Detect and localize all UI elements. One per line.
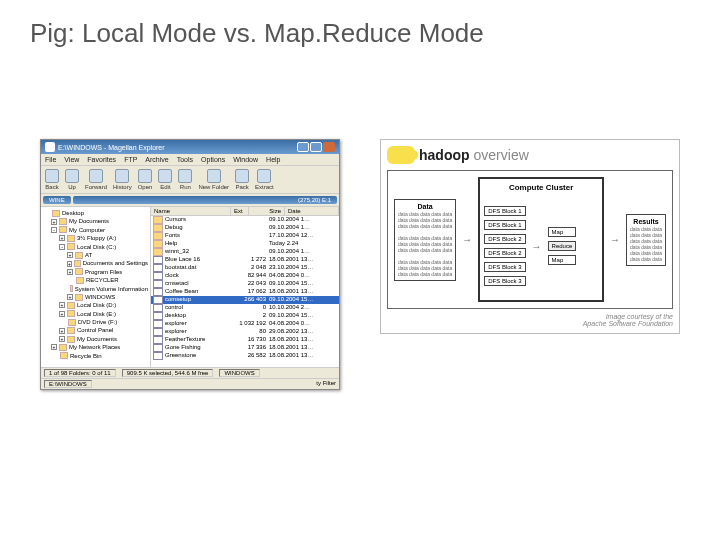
file-row[interactable]: comsetup266 40309.10.2004 15… <box>151 296 339 304</box>
menu-item[interactable]: Help <box>266 156 280 163</box>
tree-node[interactable]: +AT <box>43 251 148 259</box>
file-row[interactable]: HelpToday 2.24 <box>151 240 339 248</box>
col-date[interactable]: Date <box>285 207 339 215</box>
toolbar-button[interactable]: New Folder <box>198 169 229 190</box>
dfs-column: DFS Block 1DFS Block 1DFS Block 2DFS Blo… <box>484 206 525 286</box>
tree-node[interactable]: +Local Disk (E:) <box>43 310 148 318</box>
address-field[interactable]: (275,20) E:1 <box>73 196 337 204</box>
menu-item[interactable]: View <box>64 156 79 163</box>
toolbar-button[interactable]: Run <box>178 169 192 190</box>
file-row[interactable]: winnt_3209.10.2004 1… <box>151 248 339 256</box>
file-icon <box>153 320 163 328</box>
tree-node[interactable]: +Control Panel <box>43 326 148 334</box>
file-list[interactable]: Name Ext Size Date Cursors09.10.2004 1…D… <box>151 207 339 367</box>
tree-node[interactable]: Recycle Bin <box>43 352 148 360</box>
toolbar-icon <box>207 169 221 183</box>
tree-node[interactable]: +3½ Floppy (A:) <box>43 234 148 242</box>
file-row[interactable]: Blue Lace 161 27218.08.2001 13… <box>151 256 339 264</box>
col-name[interactable]: Name <box>151 207 231 215</box>
file-row[interactable]: Debug09.10.2004 1… <box>151 224 339 232</box>
close-button[interactable] <box>323 142 335 152</box>
file-row[interactable]: explorer1 032 19204.08.2004 0… <box>151 320 339 328</box>
file-row[interactable]: explorer8029.08.2002 13… <box>151 328 339 336</box>
file-row[interactable]: clock82 94404.08.2004 0… <box>151 272 339 280</box>
local-mode-panel: E:\WINDOWS - Magellan Explorer FileViewF… <box>40 139 340 390</box>
col-ext[interactable]: Ext <box>231 207 249 215</box>
result-line: data data data <box>630 244 662 250</box>
file-row[interactable]: FeatherTexture16 73018.08.2001 13… <box>151 336 339 344</box>
data-line: data data data data data <box>398 223 452 229</box>
toolbar-icon <box>89 169 103 183</box>
tree-node[interactable]: +Local Disk (D:) <box>43 301 148 309</box>
toolbar: BackUpForwardHistoryOpenEditRunNew Folde… <box>41 166 339 194</box>
menu-item[interactable]: FTP <box>124 156 137 163</box>
toolbar-button[interactable]: Open <box>138 169 153 190</box>
toolbar-button[interactable]: Up <box>65 169 79 190</box>
file-row[interactable]: control010.10.2004 2… <box>151 304 339 312</box>
toolbar-button[interactable]: Forward <box>85 169 107 190</box>
menu-item[interactable]: Options <box>201 156 225 163</box>
file-row[interactable]: Greenstone26 58218.08.2001 13… <box>151 352 339 360</box>
data-line: data data data data data <box>398 211 452 217</box>
status-count: 1 of 98 Folders: 0 of 11 <box>44 369 116 377</box>
tree-node[interactable]: +Documents and Settings <box>43 259 148 267</box>
file-icon <box>153 280 163 288</box>
tree-node[interactable]: System Volume Information <box>43 285 148 293</box>
col-size[interactable]: Size <box>249 207 285 215</box>
file-row[interactable]: Gone Fishing17 33618.08.2001 13… <box>151 344 339 352</box>
filter-field[interactable]: ty Filter <box>316 380 336 388</box>
minimize-button[interactable] <box>297 142 309 152</box>
tree-node[interactable]: +WINDOWS <box>43 293 148 301</box>
toolbar-button[interactable]: Back <box>45 169 59 190</box>
file-icon <box>153 296 163 304</box>
folder-tree[interactable]: Desktop+My Documents-My Computer+3½ Flop… <box>41 207 151 367</box>
toolbar-icon <box>45 169 59 183</box>
file-row[interactable]: cmsetacl22 04309.10.2004 15… <box>151 280 339 288</box>
toolbar-button[interactable]: Edit <box>158 169 172 190</box>
task-bar: E:\WINDOWS ty Filter <box>41 378 339 389</box>
tree-node[interactable]: +My Documents <box>43 217 148 225</box>
map-box: Map <box>548 255 577 265</box>
file-row[interactable]: bootstat.dat2 04823.10.2004 15… <box>151 264 339 272</box>
tree-node[interactable]: RECYCLER <box>43 276 148 284</box>
folder-icon <box>75 252 83 259</box>
result-line: data data data <box>630 232 662 238</box>
menu-item[interactable]: Archive <box>145 156 168 163</box>
data-line: data data data data data <box>398 241 452 247</box>
menu-item[interactable]: Window <box>233 156 258 163</box>
tree-node[interactable]: -Local Disk (C:) <box>43 243 148 251</box>
window-titlebar: E:\WINDOWS - Magellan Explorer <box>41 140 339 154</box>
toolbar-icon <box>65 169 79 183</box>
file-icon <box>153 304 163 312</box>
status-bar: 1 of 98 Folders: 0 of 11 909.5 K selecte… <box>41 367 339 378</box>
menu-item[interactable]: Favorites <box>87 156 116 163</box>
file-icon <box>153 264 163 272</box>
tree-node[interactable]: -My Computer <box>43 226 148 234</box>
file-row[interactable]: Coffee Bean17 06218.08.2001 13… <box>151 288 339 296</box>
compute-cluster: Compute Cluster DFS Block 1DFS Block 1DF… <box>478 177 604 302</box>
file-row[interactable]: Fonts17.10.2004 12… <box>151 232 339 240</box>
tree-node[interactable]: +Program Files <box>43 268 148 276</box>
file-icon <box>153 336 163 344</box>
tree-node[interactable]: +My Documents <box>43 335 148 343</box>
overview-label: overview <box>474 147 529 163</box>
file-icon <box>153 328 163 336</box>
tree-node[interactable]: Desktop <box>43 209 148 217</box>
tree-node[interactable]: +My Network Places <box>43 343 148 351</box>
data-line: data data data data data <box>398 271 452 277</box>
toolbar-button[interactable]: Extract <box>255 169 274 190</box>
menu-item[interactable]: Tools <box>177 156 193 163</box>
tree-node[interactable]: DVD Drive (F:) <box>43 318 148 326</box>
toolbar-icon <box>138 169 152 183</box>
hadoop-logo-icon <box>387 146 415 164</box>
menu-item[interactable]: File <box>45 156 56 163</box>
file-row[interactable]: Cursors09.10.2004 1… <box>151 216 339 224</box>
folder-icon <box>68 319 76 326</box>
taskbar-item[interactable]: E:\WINDOWS <box>44 380 92 388</box>
toolbar-button[interactable]: Pack <box>235 169 249 190</box>
toolbar-button[interactable]: History <box>113 169 132 190</box>
toolbar-icon <box>178 169 192 183</box>
maximize-button[interactable] <box>310 142 322 152</box>
folder-icon <box>75 268 83 275</box>
file-row[interactable]: desktop209.10.2004 15… <box>151 312 339 320</box>
